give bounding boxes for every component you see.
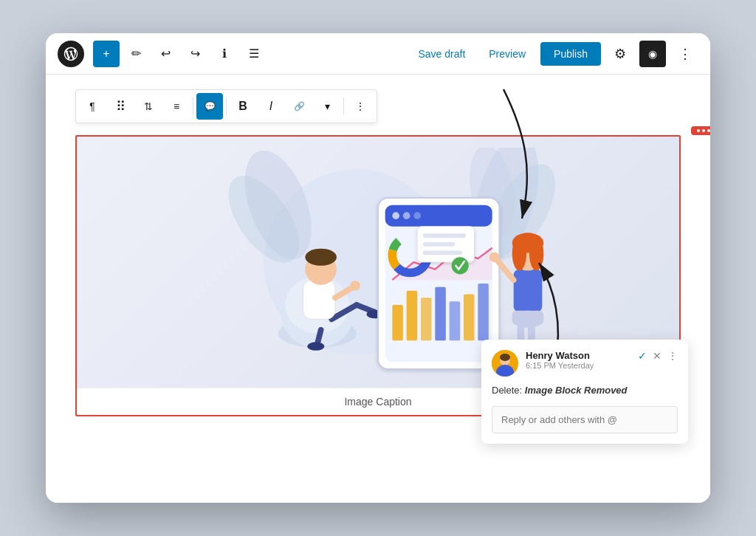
svg-rect-28 — [435, 287, 446, 341]
more-btn[interactable]: ▾ — [314, 93, 340, 120]
svg-point-54 — [489, 252, 500, 262]
dot-2 — [702, 129, 705, 132]
comment-header: Henry Watson 6:15 PM Yesterday ✓ ✕ ⋮ — [492, 350, 678, 377]
svg-rect-44 — [512, 311, 544, 325]
more-options-button[interactable]: ⋮ — [672, 41, 698, 67]
editor-area: ¶ ⠿ ⇅ ≡ 💬 B I 🔗 ▾ ⋮ — [46, 75, 710, 503]
svg-rect-25 — [392, 305, 403, 340]
add-block-button[interactable]: + — [93, 41, 120, 67]
list-view-button[interactable]: ☰ — [241, 41, 267, 67]
save-draft-button[interactable]: Save draft — [409, 42, 474, 66]
comment-meta: Henry Watson 6:15 PM Yesterday — [526, 350, 638, 370]
svg-point-51 — [512, 236, 526, 270]
svg-rect-42 — [514, 269, 543, 312]
info-button[interactable]: ℹ — [211, 41, 238, 67]
settings-button[interactable]: ⚙ — [607, 41, 633, 67]
options-btn[interactable]: ⋮ — [347, 93, 374, 120]
svg-point-18 — [350, 281, 360, 291]
dot-3 — [707, 129, 710, 132]
editor-toolbar-icons: + ✏ ↩ ↪ ℹ ☰ — [93, 41, 409, 67]
toolbar-divider-2 — [226, 97, 227, 115]
svg-rect-40 — [423, 251, 462, 255]
toolbar-divider-1 — [193, 97, 193, 115]
svg-rect-38 — [423, 233, 466, 238]
deleted-text: Image Block Removed — [525, 385, 628, 396]
brush-button[interactable]: ✏ — [123, 41, 149, 67]
svg-rect-26 — [407, 291, 418, 341]
grid-btn[interactable]: ⠿ — [107, 93, 134, 120]
italic-btn[interactable]: I — [258, 93, 284, 120]
svg-point-52 — [529, 236, 543, 270]
toolbar-divider-3 — [343, 97, 344, 115]
dot-1 — [697, 129, 700, 132]
comments-button[interactable]: ◉ — [639, 41, 666, 67]
svg-rect-31 — [478, 284, 489, 340]
svg-point-23 — [403, 212, 410, 219]
comment-author: Henry Watson — [526, 350, 638, 361]
svg-line-12 — [317, 330, 321, 344]
align-btn[interactable]: ≡ — [163, 93, 190, 120]
svg-point-13 — [307, 342, 324, 351]
comment-actions: ✓ ✕ ⋮ — [638, 350, 678, 362]
wordpress-icon — [63, 46, 79, 62]
wp-logo — [58, 41, 84, 67]
svg-rect-27 — [421, 298, 432, 340]
svg-rect-29 — [450, 301, 461, 340]
svg-point-36 — [403, 248, 417, 262]
delete-label: Delete: — [492, 385, 522, 396]
reply-input[interactable] — [492, 406, 678, 433]
browser-window: + ✏ ↩ ↪ ℹ ☰ Save draft Preview Publish ⚙… — [46, 33, 710, 503]
top-toolbar: + ✏ ↩ ↪ ℹ ☰ Save draft Preview Publish ⚙… — [46, 33, 710, 75]
block-toolbar: ¶ ⠿ ⇅ ≡ 💬 B I 🔗 ▾ ⋮ — [75, 89, 377, 123]
svg-point-41 — [452, 257, 469, 274]
comment-indicator[interactable] — [691, 126, 710, 135]
toolbar-right: Save draft Preview Publish ⚙ ◉ ⋮ — [409, 41, 698, 67]
preview-button[interactable]: Preview — [480, 42, 535, 66]
bold-btn[interactable]: B — [230, 93, 256, 120]
svg-rect-30 — [464, 295, 475, 341]
svg-rect-21 — [385, 205, 492, 227]
svg-rect-14 — [303, 280, 336, 319]
redo-button[interactable]: ↪ — [182, 41, 208, 67]
svg-point-16 — [305, 249, 337, 266]
publish-button[interactable]: Publish — [540, 42, 601, 66]
comment-panel: Henry Watson 6:15 PM Yesterday ✓ ✕ ⋮ Del… — [481, 340, 688, 444]
link-btn[interactable]: 🔗 — [286, 93, 312, 120]
svg-point-24 — [413, 212, 421, 219]
more-comment-options[interactable]: ⋮ — [667, 350, 678, 362]
delete-comment-button[interactable]: ✕ — [653, 350, 662, 362]
paragraph-btn[interactable]: ¶ — [79, 93, 106, 120]
comment-text: Delete: Image Block Removed — [492, 384, 678, 397]
undo-button[interactable]: ↩ — [152, 41, 179, 67]
svg-rect-39 — [423, 242, 456, 247]
resolve-button[interactable]: ✓ — [638, 350, 647, 362]
svg-point-58 — [500, 354, 510, 361]
avatar — [492, 350, 518, 377]
arrows-btn[interactable]: ⇅ — [135, 93, 162, 120]
comment-time: 6:15 PM Yesterday — [526, 361, 638, 370]
svg-point-22 — [392, 212, 399, 219]
comment-btn[interactable]: 💬 — [196, 93, 223, 120]
